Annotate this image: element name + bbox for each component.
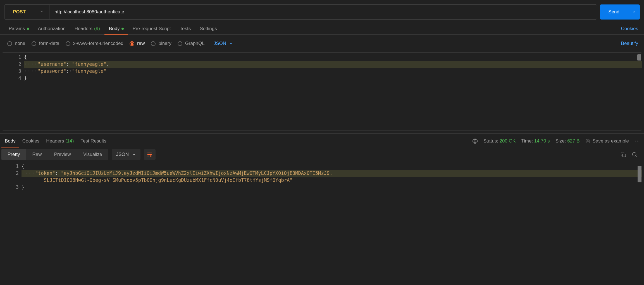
line-number: 1 [1,163,19,170]
save-icon [585,139,590,144]
body-type-formdata-label: form-data [39,41,59,46]
resp-tab-test-results[interactable]: Test Results [77,136,110,146]
indent-guide-icon: ···· [22,170,35,176]
cookies-link[interactable]: Cookies [619,23,640,34]
radio-icon [66,41,70,46]
code-token: "eyJhbGciOiJIUzUxMiJ9.eyJzdWIiOiJmdW5ueW… [61,170,332,176]
method-url-bar: POST http://localhost:8080/authenticate [4,4,597,20]
code-token: } [24,75,27,81]
body-type-graphql[interactable]: GraphQL [178,41,205,46]
tab-body-label: Body [109,26,120,32]
code-token: , [106,61,109,67]
send-dropdown-button[interactable] [628,4,640,20]
code-token: :· [66,68,72,74]
chevron-down-icon [40,9,44,15]
view-preview[interactable]: Preview [48,149,77,160]
tab-authorization[interactable]: Authorization [34,23,70,34]
tab-headers[interactable]: Headers (9) [70,23,104,34]
wrap-lines-button[interactable] [144,149,156,160]
svg-point-3 [637,141,638,141]
resp-headers-count: (14) [65,138,74,144]
response-body-editor[interactable]: 1 2 3 { ····"token": "eyJhbGciOiJIUzUxMi… [1,163,642,191]
wrap-icon [147,151,153,158]
svg-point-2 [635,141,636,141]
http-method-select[interactable]: POST [4,5,49,19]
scrollbar-thumb[interactable] [638,166,641,182]
code-token: "password" [38,68,66,74]
body-type-graphql-label: GraphQL [185,41,205,46]
body-format-select[interactable]: JSON [211,41,233,46]
resp-tab-body[interactable]: Body [1,136,19,146]
code-token: SLJCTtDIQ08HwGl-Qbeg-sV_SMuPuoov5pTb09nj… [44,177,292,183]
size-label: Size: [555,138,566,144]
url-input[interactable]: http://localhost:8080/authenticate [49,5,597,19]
tab-params-label: Params [9,26,25,32]
resp-tab-headers-label: Headers [46,138,64,144]
indent-guide-icon: ···· [24,61,38,67]
headers-count: (9) [94,26,100,32]
scrollbar-thumb[interactable] [637,54,641,61]
tab-settings[interactable]: Settings [195,23,221,34]
line-number: 1 [2,54,21,61]
code-token: { [24,54,27,60]
view-raw[interactable]: Raw [26,149,48,160]
body-type-xform-label: x-www-form-urlencoded [73,41,123,46]
save-example-label: Save as example [593,138,629,144]
url-value: http://localhost:8080/authenticate [54,9,124,15]
radio-icon [178,41,182,46]
code-token: "funnyeagle" [72,68,106,74]
tab-headers-label: Headers [75,26,92,32]
radio-icon [151,41,156,46]
svg-line-9 [636,156,637,157]
body-type-formdata[interactable]: form-data [32,41,59,46]
code-token: "funnyeagle" [72,61,106,67]
code-token: "token" [35,170,55,176]
tab-body[interactable]: Body [104,23,128,34]
more-options-icon[interactable] [635,138,640,144]
editor-code-area: { ····"token": "eyJhbGciOiJIUzUxMiJ9.eyJ… [22,163,642,191]
body-type-row: none form-data x-www-form-urlencoded raw… [0,35,644,52]
body-type-raw-label: raw [137,41,145,46]
view-pretty[interactable]: Pretty [1,149,26,160]
send-button[interactable]: Send [600,4,628,20]
tab-prerequest-script[interactable]: Pre-request Script [128,23,175,34]
request-tabs: Params Authorization Headers (9) Body Pr… [0,22,644,35]
status-label: Status: [483,138,498,144]
body-type-raw[interactable]: raw [130,41,145,46]
body-type-none[interactable]: none [7,41,25,46]
resp-tab-cookies[interactable]: Cookies [19,136,43,146]
body-format-label: JSON [214,41,226,46]
resp-tab-headers[interactable]: Headers (14) [43,136,77,146]
time-value: 14.70 s [534,138,550,144]
tab-tests[interactable]: Tests [175,23,195,34]
body-type-binary[interactable]: binary [151,41,171,46]
body-active-dot-icon [121,28,124,30]
line-number: 2 [2,61,21,68]
copy-response-button[interactable] [618,149,629,160]
send-button-group: Send [600,4,640,20]
svg-point-8 [633,153,636,156]
view-visualize[interactable]: Visualize [77,149,108,160]
body-type-binary-label: binary [158,41,171,46]
request-body-editor[interactable]: 1 2 3 4 { ····"username": "funnyeagle", … [2,52,642,131]
code-token: } [22,184,24,190]
response-toolbar: Pretty Raw Preview Visualize JSON [0,146,644,161]
body-type-xform[interactable]: x-www-form-urlencoded [66,41,123,46]
tab-params[interactable]: Params [4,23,34,34]
globe-icon[interactable] [472,138,478,144]
chevron-down-icon [229,42,233,45]
line-number: 4 [2,75,21,82]
line-number: 3 [2,68,21,75]
code-token: : [55,170,61,176]
svg-point-4 [639,141,640,141]
line-number_row2: 2 [1,170,19,184]
search-response-button[interactable] [629,149,640,160]
status-value: 200 OK [500,138,516,144]
response-tabs: Body Cookies Headers (14) Test Results S… [0,133,644,146]
beautify-link[interactable]: Beautify [619,38,640,49]
size-value: 627 B [567,138,579,144]
svg-rect-7 [623,154,626,157]
response-format-select[interactable]: JSON [112,149,140,160]
indent-guide-icon: ···· [24,68,38,74]
save-as-example-button[interactable]: Save as example [585,138,629,144]
